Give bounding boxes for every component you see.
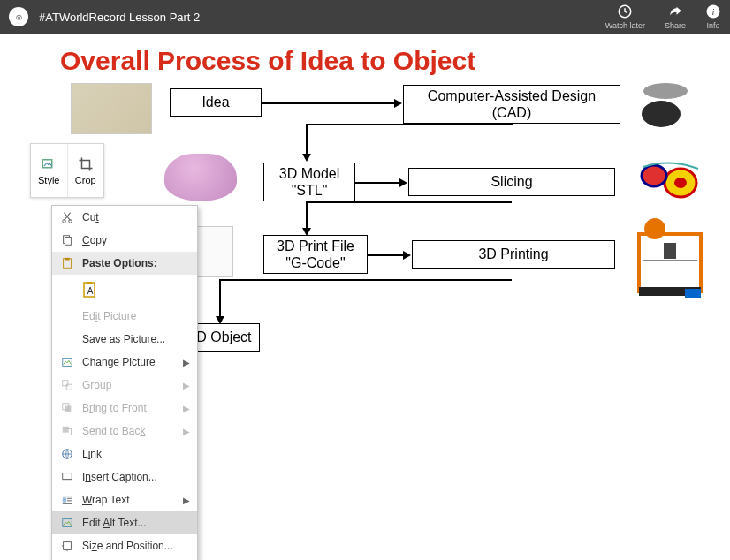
size-position-icon [59,540,75,552]
menu-change-picture[interactable]: Change Picture ▶ [52,351,197,374]
style-icon [41,156,57,172]
cad-image [635,83,695,132]
svg-point-4 [674,178,687,188]
slicing-image [633,155,707,205]
svg-rect-27 [63,427,69,433]
paste-options-row: A [52,275,197,305]
arrow-head-icon [399,178,407,187]
picture-toolbar: Style Crop [30,143,104,198]
info-icon: i [705,4,721,19]
alt-text-icon [59,517,75,529]
menu-group: Group ▶ [52,374,197,397]
group-icon [59,379,75,391]
clock-icon [617,4,633,19]
menu-save-as-picture[interactable]: Save as Picture... [52,328,197,351]
box-slicing: Slicing [408,168,615,196]
printer-image [629,216,711,300]
arrow [262,102,396,104]
svg-text:A: A [87,286,94,296]
arrow [368,254,405,256]
crop-button[interactable]: Crop [68,144,104,197]
svg-rect-25 [65,405,71,412]
svg-point-5 [642,165,666,186]
menu-paste-options: Paste Options: [52,252,197,275]
menu-insert-caption[interactable]: Insert Caption... [52,465,197,488]
paste-keep-formatting[interactable]: A [79,278,102,301]
svg-rect-32 [63,497,66,502]
arrow [219,279,221,318]
arrow-head-icon [403,251,411,260]
svg-rect-6 [639,234,701,291]
svg-rect-20 [87,282,92,284]
svg-rect-23 [63,381,68,386]
arrow [306,124,512,125]
menu-cut[interactable]: Cut [52,206,197,229]
svg-text:i: i [712,7,715,17]
watch-later-button[interactable]: Watch later [605,4,645,30]
arrow [219,279,512,281]
crop-icon [78,156,94,172]
arrow [355,182,401,184]
menu-size-position[interactable]: Size and Position... [52,534,197,557]
bring-front-icon [59,402,75,414]
menu-wrap-text[interactable]: Wrap Text ▶ [52,488,197,511]
arrow [306,201,308,230]
menu-copy[interactable]: Copy [52,229,197,252]
box-idea: Idea [170,88,262,117]
style-button[interactable]: Style [31,144,68,197]
svg-rect-18 [65,258,69,261]
box-stl: 3D Model "STL" [263,163,355,201]
arrow [511,124,513,125]
arrow-head-icon [302,154,311,162]
svg-rect-9 [664,243,676,259]
menu-link[interactable]: Link [52,443,197,465]
share-icon [667,4,683,19]
chevron-right-icon: ▶ [183,358,190,367]
video-header: ◎ #ATWorldRecord Lesson Part 2 Watch lat… [0,0,730,34]
change-picture-icon [59,356,75,368]
sketch-image[interactable] [71,83,152,134]
share-button[interactable]: Share [665,4,686,30]
wrap-text-icon [59,494,75,506]
caption-icon [59,471,75,483]
arrow [306,201,512,203]
svg-rect-22 [63,359,72,367]
menu-send-to-back: Send to Back ▶ [52,420,197,443]
info-button[interactable]: i Info [705,4,721,30]
svg-rect-37 [63,519,72,527]
menu-edit-alt-text[interactable]: Edit Alt Text... [52,511,197,534]
arrow [306,124,308,155]
diagram-canvas: Idea Computer-Assisted Design (CAD) 3D M… [0,83,730,560]
svg-rect-11 [685,289,701,298]
svg-rect-16 [65,238,71,246]
svg-rect-30 [63,473,72,480]
cut-icon [59,211,75,223]
box-gcode: 3D Print File "G-Code" [263,235,368,274]
stl-image [164,154,237,201]
chevron-right-icon: ▶ [183,496,190,505]
page-title: Overall Process of Idea to Object [60,46,730,76]
paste-icon [59,257,75,269]
box-cad: Computer-Assisted Design (CAD) [403,85,620,124]
send-back-icon [59,425,75,437]
context-menu: Cut Copy Paste Options: A Edit Picture S… [51,205,198,560]
menu-bring-to-front: Bring to Front ▶ [52,397,197,420]
channel-logo[interactable]: ◎ [9,7,28,26]
copy-icon [59,234,75,246]
box-printing: 3D Printing [412,240,615,269]
clipboard-a-icon: A [81,281,99,299]
arrow-head-icon [394,99,402,108]
svg-rect-24 [66,384,72,390]
menu-edit-picture: Edit Picture [52,305,197,328]
svg-point-8 [644,218,665,239]
svg-rect-38 [64,542,72,550]
link-icon [59,448,75,460]
video-title: #ATWorldRecord Lesson Part 2 [39,11,200,24]
